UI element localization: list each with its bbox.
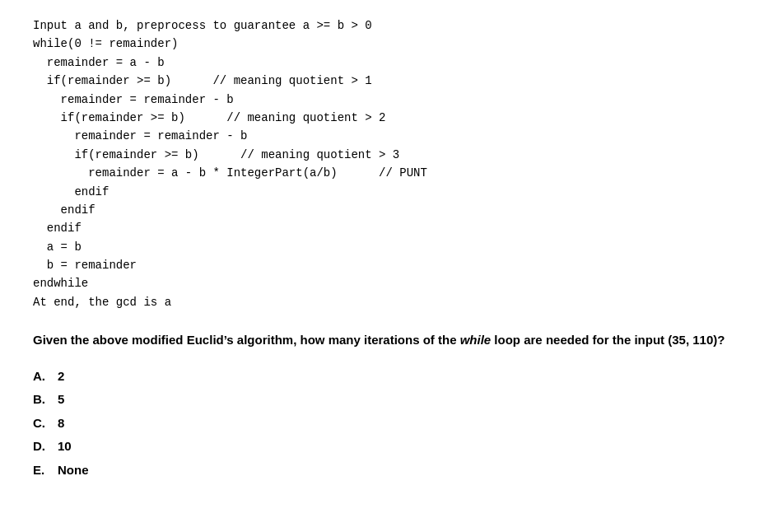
- answer-c: C. 8: [33, 412, 736, 436]
- answer-a-value: 2: [58, 365, 64, 389]
- answer-b-value: 5: [58, 388, 64, 412]
- question-text: Given the above modified Euclid’s algori…: [33, 331, 736, 350]
- answer-a-letter: A.: [33, 365, 58, 389]
- answer-e: E. None: [33, 459, 736, 483]
- answer-b-letter: B.: [33, 388, 58, 412]
- question-italic-word: while: [460, 333, 492, 347]
- answer-options: A. 2 B. 5 C. 8 D. 10 E. None: [33, 365, 736, 483]
- answer-a: A. 2: [33, 365, 736, 389]
- answer-c-letter: C.: [33, 412, 58, 436]
- answer-c-value: 8: [58, 412, 64, 436]
- answer-e-value: None: [58, 459, 89, 483]
- answer-d-value: 10: [58, 435, 72, 459]
- answer-b: B. 5: [33, 388, 736, 412]
- answer-e-letter: E.: [33, 459, 58, 483]
- question-text-after-italic: loop are needed for the input (35, 110)?: [491, 333, 725, 347]
- question-text-before-italic: Given the above modified Euclid’s algori…: [33, 333, 460, 347]
- code-block: Input a and b, preprocess to guarantee a…: [33, 16, 736, 311]
- answer-d-letter: D.: [33, 435, 58, 459]
- answer-d: D. 10: [33, 435, 736, 459]
